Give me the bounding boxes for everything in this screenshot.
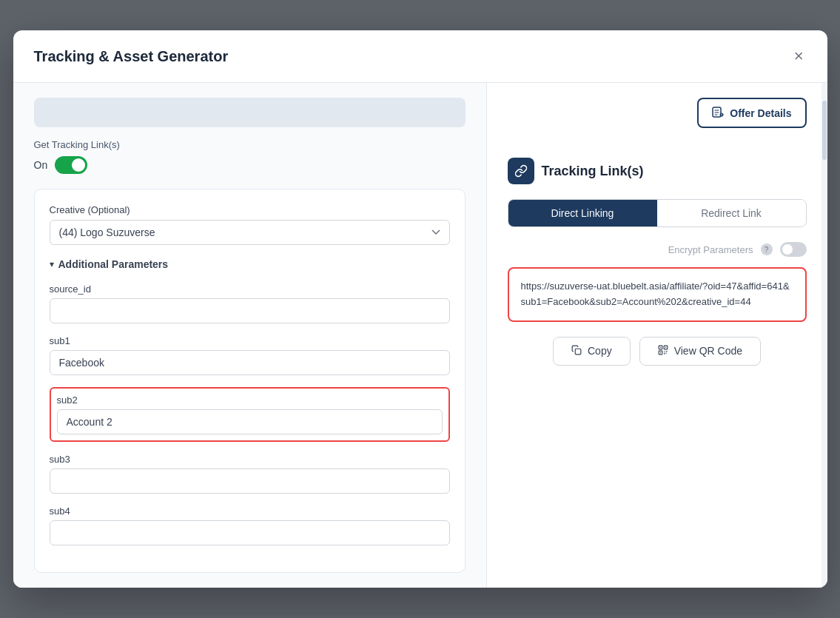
source-id-input[interactable]	[50, 298, 450, 323]
modal: Tracking & Asset Generator × Get Trackin…	[13, 30, 827, 588]
encrypt-row: Encrypt Parameters ?	[508, 242, 807, 257]
sub3-label: sub3	[50, 454, 450, 465]
url-box: https://suzuverse-uat.bluebelt.asia/affi…	[508, 267, 807, 322]
modal-title: Tracking & Asset Generator	[34, 48, 229, 65]
additional-params-label: Additional Parameters	[58, 258, 169, 270]
modal-overlay: Tracking & Asset Generator × Get Trackin…	[0, 0, 840, 618]
tracking-link-toggle[interactable]	[55, 156, 87, 174]
sub4-group: sub4	[50, 506, 450, 545]
toggle-label: Get Tracking Link(s)	[34, 139, 466, 150]
tab-group: Direct Linking Redirect Link	[508, 199, 807, 227]
chain-icon	[508, 158, 534, 184]
svg-rect-6	[660, 347, 661, 348]
sub1-input[interactable]	[50, 350, 450, 375]
toggle-section: Get Tracking Link(s) On	[34, 139, 466, 174]
svg-rect-7	[665, 347, 666, 348]
offer-details-icon	[712, 106, 724, 120]
tracking-link-section: Tracking Link(s) Direct Linking Redirect…	[508, 150, 807, 366]
copy-label: Copy	[588, 345, 612, 357]
sub3-group: sub3	[50, 454, 450, 494]
source-id-label: source_id	[50, 283, 450, 295]
toggle-row: On	[34, 156, 466, 174]
qr-icon	[658, 345, 668, 357]
sub1-label: sub1	[50, 335, 450, 346]
sub4-label: sub4	[50, 506, 450, 517]
sub1-group: sub1	[50, 335, 450, 375]
copy-button[interactable]: Copy	[553, 337, 631, 366]
tab-direct-linking[interactable]: Direct Linking	[508, 200, 657, 226]
right-panel: Offer Details Tracking Link(s)	[487, 83, 827, 588]
additional-params-toggle[interactable]: ▾ Additional Parameters	[50, 258, 169, 270]
url-text: https://suzuverse-uat.bluebelt.asia/affi…	[521, 281, 790, 307]
chevron-icon: ▾	[50, 259, 54, 269]
tracking-link-header: Tracking Link(s)	[508, 158, 807, 184]
copy-icon	[571, 345, 582, 357]
svg-rect-2	[575, 349, 581, 355]
modal-body: Get Tracking Link(s) On Creative (Option…	[13, 83, 827, 588]
source-id-group: source_id	[50, 283, 450, 323]
form-section: Creative (Optional) (44) Logo Suzuverse …	[34, 189, 466, 573]
help-icon[interactable]: ?	[761, 243, 773, 255]
scrollbar-track[interactable]	[821, 83, 827, 588]
modal-header: Tracking & Asset Generator ×	[13, 30, 827, 83]
sub2-group-highlighted: sub2	[50, 387, 450, 442]
action-buttons: Copy	[508, 337, 807, 366]
sub2-label: sub2	[57, 394, 443, 406]
sub2-input[interactable]	[57, 409, 443, 434]
svg-rect-8	[660, 352, 661, 353]
tab-redirect-link[interactable]: Redirect Link	[657, 200, 806, 226]
view-qr-button[interactable]: View QR Code	[639, 337, 761, 366]
creative-label: Creative (Optional)	[50, 204, 450, 215]
creative-group: Creative (Optional) (44) Logo Suzuverse	[50, 204, 450, 245]
toggle-on-text: On	[34, 159, 48, 171]
tracking-link-title: Tracking Link(s)	[542, 164, 644, 179]
top-input-placeholder	[34, 98, 466, 127]
qr-label: View QR Code	[674, 345, 742, 357]
scrollbar-thumb[interactable]	[822, 101, 827, 160]
offer-details-label: Offer Details	[730, 107, 791, 119]
left-panel: Get Tracking Link(s) On Creative (Option…	[13, 83, 487, 588]
encrypt-toggle[interactable]	[780, 242, 807, 257]
close-button[interactable]: ×	[791, 45, 807, 67]
sub4-input[interactable]	[50, 520, 450, 545]
sub3-input[interactable]	[50, 468, 450, 494]
creative-select[interactable]: (44) Logo Suzuverse	[50, 220, 450, 245]
offer-details-button[interactable]: Offer Details	[697, 98, 806, 128]
encrypt-label: Encrypt Parameters	[668, 244, 753, 255]
